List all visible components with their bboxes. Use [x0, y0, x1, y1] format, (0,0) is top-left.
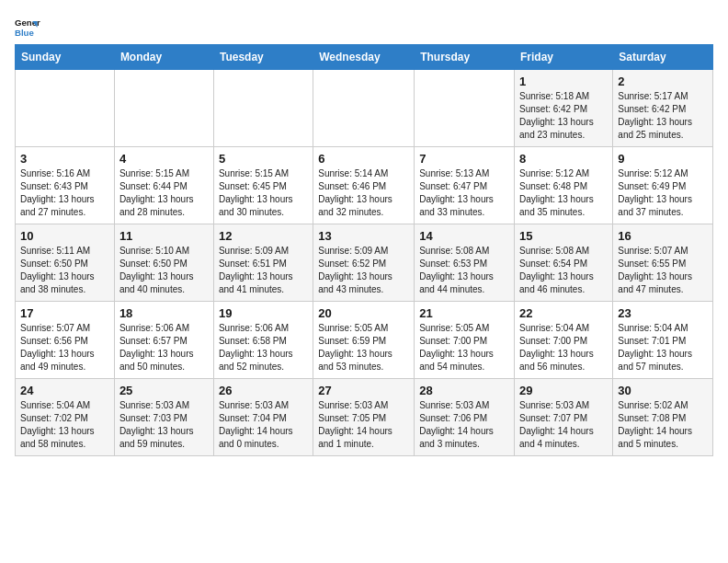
- logo: General Blue: [15, 15, 40, 40]
- calendar-cell: 21Sunrise: 5:05 AM Sunset: 7:00 PM Dayli…: [415, 302, 515, 379]
- calendar-cell: 28Sunrise: 5:03 AM Sunset: 7:06 PM Dayli…: [415, 379, 515, 456]
- calendar-cell: 19Sunrise: 5:06 AM Sunset: 6:58 PM Dayli…: [213, 302, 313, 379]
- day-number: 1: [519, 75, 608, 88]
- day-number: 18: [119, 306, 209, 320]
- day-info: Sunrise: 5:09 AM Sunset: 6:51 PM Dayligh…: [219, 245, 308, 296]
- calendar-table: SundayMondayTuesdayWednesdayThursdayFrid…: [15, 44, 713, 456]
- day-info: Sunrise: 5:12 AM Sunset: 6:48 PM Dayligh…: [519, 167, 608, 219]
- day-number: 27: [318, 384, 409, 397]
- calendar-cell: 12Sunrise: 5:09 AM Sunset: 6:51 PM Dayli…: [213, 224, 313, 302]
- day-number: 30: [618, 384, 708, 397]
- calendar-cell: 11Sunrise: 5:10 AM Sunset: 6:50 PM Dayli…: [114, 224, 213, 302]
- day-number: 26: [219, 384, 308, 397]
- day-number: 24: [20, 384, 109, 397]
- day-info: Sunrise: 5:07 AM Sunset: 6:56 PM Dayligh…: [20, 322, 109, 373]
- calendar-cell: 25Sunrise: 5:03 AM Sunset: 7:03 PM Dayli…: [114, 379, 213, 456]
- day-number: 17: [20, 306, 109, 320]
- calendar-header-cell: Saturday: [613, 45, 713, 70]
- page-header: General Blue: [15, 15, 713, 40]
- calendar-header-cell: Tuesday: [213, 45, 313, 70]
- day-number: 11: [119, 229, 209, 243]
- calendar-cell: 9Sunrise: 5:12 AM Sunset: 6:49 PM Daylig…: [613, 147, 713, 224]
- calendar-cell: 1Sunrise: 5:18 AM Sunset: 6:42 PM Daylig…: [515, 70, 613, 147]
- day-number: 2: [618, 75, 708, 88]
- calendar-cell: 3Sunrise: 5:16 AM Sunset: 6:43 PM Daylig…: [16, 147, 115, 224]
- day-info: Sunrise: 5:15 AM Sunset: 6:45 PM Dayligh…: [219, 167, 308, 219]
- calendar-week-row: 10Sunrise: 5:11 AM Sunset: 6:50 PM Dayli…: [16, 224, 713, 302]
- day-number: 22: [519, 306, 608, 320]
- day-info: Sunrise: 5:06 AM Sunset: 6:58 PM Dayligh…: [219, 322, 308, 373]
- calendar-cell: 26Sunrise: 5:03 AM Sunset: 7:04 PM Dayli…: [213, 379, 313, 456]
- day-info: Sunrise: 5:05 AM Sunset: 7:00 PM Dayligh…: [419, 322, 509, 373]
- calendar-cell: 18Sunrise: 5:06 AM Sunset: 6:57 PM Dayli…: [114, 302, 213, 379]
- calendar-cell: 7Sunrise: 5:13 AM Sunset: 6:47 PM Daylig…: [415, 147, 515, 224]
- calendar-header-cell: Sunday: [16, 45, 115, 70]
- day-info: Sunrise: 5:08 AM Sunset: 6:54 PM Dayligh…: [519, 245, 608, 296]
- calendar-cell: 30Sunrise: 5:02 AM Sunset: 7:08 PM Dayli…: [613, 379, 713, 456]
- day-info: Sunrise: 5:05 AM Sunset: 6:59 PM Dayligh…: [318, 322, 409, 373]
- day-info: Sunrise: 5:16 AM Sunset: 6:43 PM Dayligh…: [20, 167, 109, 219]
- day-number: 20: [318, 306, 409, 320]
- day-number: 28: [419, 384, 509, 397]
- calendar-cell: [213, 70, 313, 147]
- day-number: 13: [318, 229, 409, 243]
- day-number: 25: [119, 384, 209, 397]
- day-info: Sunrise: 5:04 AM Sunset: 7:01 PM Dayligh…: [618, 322, 708, 373]
- day-info: Sunrise: 5:03 AM Sunset: 7:03 PM Dayligh…: [119, 399, 209, 451]
- calendar-week-row: 24Sunrise: 5:04 AM Sunset: 7:02 PM Dayli…: [16, 379, 713, 456]
- calendar-cell: 8Sunrise: 5:12 AM Sunset: 6:48 PM Daylig…: [515, 147, 613, 224]
- calendar-cell: 2Sunrise: 5:17 AM Sunset: 6:42 PM Daylig…: [613, 70, 713, 147]
- day-number: 9: [618, 152, 708, 166]
- day-info: Sunrise: 5:03 AM Sunset: 7:05 PM Dayligh…: [318, 399, 409, 451]
- calendar-cell: [313, 70, 415, 147]
- calendar-cell: 13Sunrise: 5:09 AM Sunset: 6:52 PM Dayli…: [313, 224, 415, 302]
- calendar-cell: 29Sunrise: 5:03 AM Sunset: 7:07 PM Dayli…: [515, 379, 613, 456]
- day-info: Sunrise: 5:11 AM Sunset: 6:50 PM Dayligh…: [20, 245, 109, 296]
- calendar-week-row: 3Sunrise: 5:16 AM Sunset: 6:43 PM Daylig…: [16, 147, 713, 224]
- day-number: 5: [219, 152, 308, 166]
- day-info: Sunrise: 5:02 AM Sunset: 7:08 PM Dayligh…: [618, 399, 708, 451]
- day-number: 19: [219, 306, 308, 320]
- calendar-week-row: 1Sunrise: 5:18 AM Sunset: 6:42 PM Daylig…: [16, 70, 713, 147]
- calendar-cell: 6Sunrise: 5:14 AM Sunset: 6:46 PM Daylig…: [313, 147, 415, 224]
- day-info: Sunrise: 5:12 AM Sunset: 6:49 PM Dayligh…: [618, 167, 708, 219]
- day-number: 8: [519, 152, 608, 166]
- calendar-header-cell: Thursday: [415, 45, 515, 70]
- calendar-cell: [114, 70, 213, 147]
- day-info: Sunrise: 5:08 AM Sunset: 6:53 PM Dayligh…: [419, 245, 509, 296]
- calendar-header-cell: Monday: [114, 45, 213, 70]
- calendar-cell: 16Sunrise: 5:07 AM Sunset: 6:55 PM Dayli…: [613, 224, 713, 302]
- day-info: Sunrise: 5:13 AM Sunset: 6:47 PM Dayligh…: [419, 167, 509, 219]
- day-info: Sunrise: 5:03 AM Sunset: 7:07 PM Dayligh…: [519, 399, 608, 451]
- day-info: Sunrise: 5:07 AM Sunset: 6:55 PM Dayligh…: [618, 245, 708, 296]
- calendar-week-row: 17Sunrise: 5:07 AM Sunset: 6:56 PM Dayli…: [16, 302, 713, 379]
- day-number: 21: [419, 306, 509, 320]
- calendar-cell: 24Sunrise: 5:04 AM Sunset: 7:02 PM Dayli…: [16, 379, 115, 456]
- day-info: Sunrise: 5:03 AM Sunset: 7:06 PM Dayligh…: [419, 399, 509, 451]
- day-info: Sunrise: 5:15 AM Sunset: 6:44 PM Dayligh…: [119, 167, 209, 219]
- day-info: Sunrise: 5:06 AM Sunset: 6:57 PM Dayligh…: [119, 322, 209, 373]
- day-number: 15: [519, 229, 608, 243]
- calendar-cell: 22Sunrise: 5:04 AM Sunset: 7:00 PM Dayli…: [515, 302, 613, 379]
- day-info: Sunrise: 5:04 AM Sunset: 7:00 PM Dayligh…: [519, 322, 608, 373]
- calendar-cell: 14Sunrise: 5:08 AM Sunset: 6:53 PM Dayli…: [415, 224, 515, 302]
- calendar-cell: 5Sunrise: 5:15 AM Sunset: 6:45 PM Daylig…: [213, 147, 313, 224]
- day-info: Sunrise: 5:10 AM Sunset: 6:50 PM Dayligh…: [119, 245, 209, 296]
- day-info: Sunrise: 5:09 AM Sunset: 6:52 PM Dayligh…: [318, 245, 409, 296]
- day-number: 12: [219, 229, 308, 243]
- calendar-header-cell: Friday: [515, 45, 613, 70]
- day-number: 29: [519, 384, 608, 397]
- day-number: 16: [618, 229, 708, 243]
- calendar-cell: 23Sunrise: 5:04 AM Sunset: 7:01 PM Dayli…: [613, 302, 713, 379]
- calendar-cell: [415, 70, 515, 147]
- day-number: 3: [20, 152, 109, 166]
- calendar-cell: 4Sunrise: 5:15 AM Sunset: 6:44 PM Daylig…: [114, 147, 213, 224]
- calendar-cell: [16, 70, 115, 147]
- calendar-cell: 27Sunrise: 5:03 AM Sunset: 7:05 PM Dayli…: [313, 379, 415, 456]
- day-number: 14: [419, 229, 509, 243]
- day-number: 4: [119, 152, 209, 166]
- day-info: Sunrise: 5:03 AM Sunset: 7:04 PM Dayligh…: [219, 399, 308, 451]
- day-number: 7: [419, 152, 509, 166]
- calendar-header-cell: Wednesday: [313, 45, 415, 70]
- calendar-header-row: SundayMondayTuesdayWednesdayThursdayFrid…: [16, 45, 713, 70]
